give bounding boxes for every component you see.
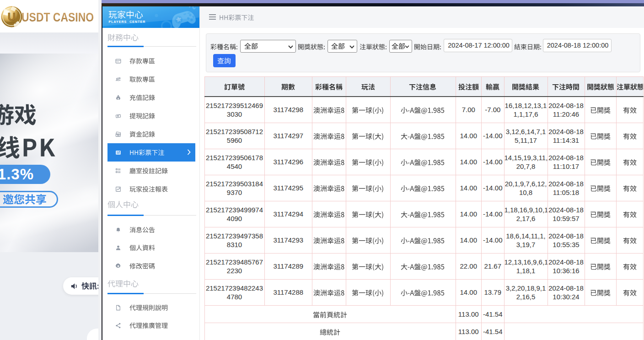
svg-text:U: U	[8, 11, 16, 23]
svg-text:CASINO: CASINO	[7, 22, 16, 24]
